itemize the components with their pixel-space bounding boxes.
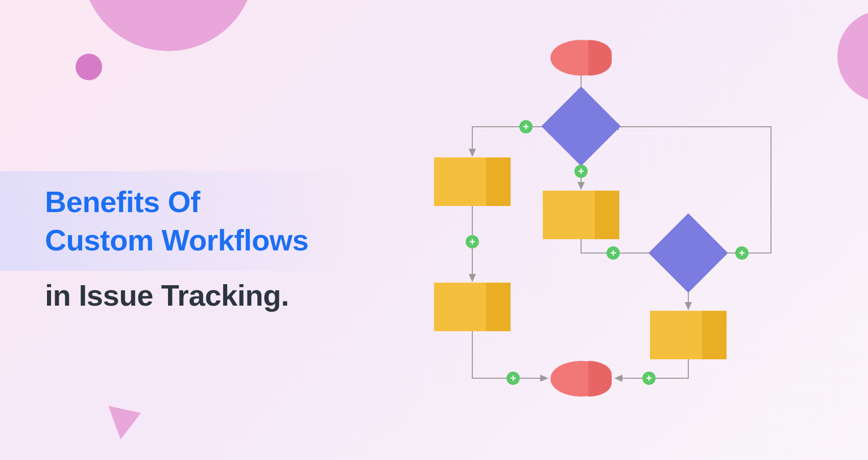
flowchart-process-right [650, 311, 727, 359]
plus-icon: + [466, 235, 479, 248]
title-line-2: Custom Workflows [45, 221, 308, 259]
plus-icon: + [735, 246, 749, 260]
plus-icon: + [507, 372, 520, 385]
flowchart-decision-2 [660, 225, 716, 281]
flowchart-decision-1 [553, 98, 609, 154]
plus-icon: + [574, 165, 588, 178]
decorative-triangle [108, 396, 147, 440]
flowchart-terminator-start [550, 40, 612, 76]
flowchart-process-mid [543, 191, 619, 239]
plus-icon: + [607, 246, 620, 260]
decorative-circle-top [82, 0, 255, 51]
flowchart-process-left-2 [434, 283, 511, 331]
title-line-3: in Issue Tracking. [45, 278, 378, 312]
plus-icon: + [519, 120, 533, 133]
page-title: Benefits Of Custom Workflows in Issue Tr… [0, 156, 378, 328]
flowchart-process-left-1 [434, 157, 511, 206]
flowchart-terminator-end [550, 361, 612, 397]
decorative-dot [76, 54, 102, 80]
workflow-diagram: + + + + + + + [419, 31, 807, 429]
title-line-1: Benefits Of [45, 182, 308, 221]
decorative-circle-right [837, 10, 868, 102]
plus-icon: + [642, 372, 656, 385]
